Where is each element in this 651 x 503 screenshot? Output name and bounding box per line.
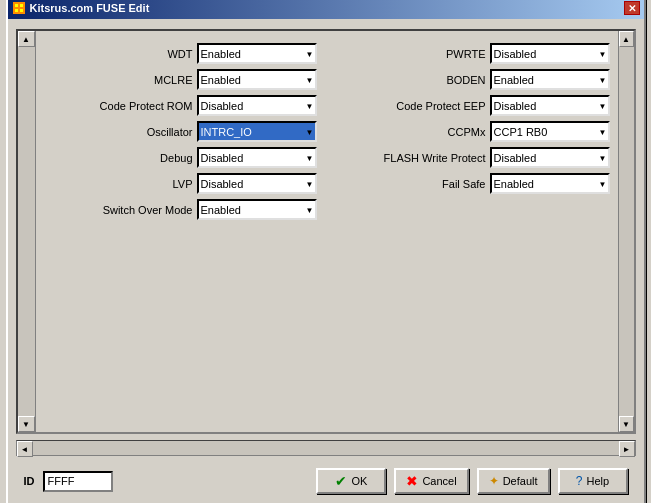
boden-select-wrapper: EnabledDisabled	[490, 69, 610, 90]
wdt-row: WDT EnabledDisabled	[44, 43, 317, 64]
lvp-select-wrapper: EnabledDisabled	[197, 173, 317, 194]
empty-area	[44, 220, 610, 420]
svg-rect-2	[20, 4, 23, 7]
window-body: ▲ ▼ WDT EnabledDisabled	[8, 19, 644, 503]
code-protect-eep-select[interactable]: EnabledDisabled	[490, 95, 610, 116]
debug-label: Debug	[160, 152, 192, 164]
scroll-left-icon[interactable]: ◄	[17, 441, 33, 457]
cancel-button[interactable]: ✖ Cancel	[394, 468, 468, 494]
h-scroll-track	[33, 441, 619, 455]
pwrte-label: PWRTE	[446, 48, 486, 60]
window-title: Kitsrus.com FUSE Edit	[30, 2, 150, 14]
help-question-icon: ?	[576, 474, 583, 488]
svg-rect-1	[15, 4, 18, 7]
left-sidebar: ▲ ▼	[18, 31, 36, 432]
right-column: PWRTE EnabledDisabled BODEN	[337, 43, 610, 220]
flash-write-protect-row: FLASH Write Protect EnabledDisabled	[337, 147, 610, 168]
id-label: ID	[24, 475, 35, 487]
ccpmx-select[interactable]: CCP1 RB0CCP1 RB3	[490, 121, 610, 142]
close-button[interactable]: ✕	[624, 1, 640, 15]
svg-rect-3	[15, 9, 18, 12]
ccpmx-select-wrapper: CCP1 RB0CCP1 RB3	[490, 121, 610, 142]
flash-write-protect-select-wrapper: EnabledDisabled	[490, 147, 610, 168]
right-scrollbar: ▲ ▼	[618, 31, 634, 432]
id-input[interactable]	[43, 471, 113, 492]
ok-label: OK	[351, 475, 367, 487]
code-protect-rom-select[interactable]: EnabledDisabled	[197, 95, 317, 116]
lvp-select[interactable]: EnabledDisabled	[197, 173, 317, 194]
flash-write-protect-label: FLASH Write Protect	[384, 152, 486, 164]
scroll-right-up-icon[interactable]: ▲	[619, 31, 634, 47]
title-bar: Kitsrus.com FUSE Edit ✕	[8, 0, 644, 19]
switch-over-mode-row: Switch Over Mode EnabledDisabled	[44, 199, 317, 220]
svg-rect-0	[13, 2, 25, 14]
mclre-label: MCLRE	[154, 74, 193, 86]
app-icon	[12, 1, 26, 15]
oscillator-select[interactable]: INTRC_IOINTRCECHS	[197, 121, 317, 142]
scroll-track-vertical	[18, 47, 35, 416]
code-protect-rom-label: Code Protect ROM	[100, 100, 193, 112]
pwrte-select-wrapper: EnabledDisabled	[490, 43, 610, 64]
ccpmx-label: CCPMx	[448, 126, 486, 138]
lvp-label: LVP	[173, 178, 193, 190]
oscillator-label: Oscillator	[147, 126, 193, 138]
boden-row: BODEN EnabledDisabled	[337, 69, 610, 90]
default-sun-icon: ✦	[489, 474, 499, 488]
code-protect-rom-select-wrapper: EnabledDisabled	[197, 95, 317, 116]
default-button[interactable]: ✦ Default	[477, 468, 550, 494]
ccpmx-row: CCPMx CCP1 RB0CCP1 RB3	[337, 121, 610, 142]
help-label: Help	[587, 475, 610, 487]
horizontal-scrollbar: ◄ ►	[16, 440, 636, 456]
oscillator-select-wrapper: INTRC_IOINTRCECHS	[197, 121, 317, 142]
wdt-label: WDT	[167, 48, 192, 60]
svg-rect-4	[20, 9, 23, 12]
fields-area: WDT EnabledDisabled MCLRE	[36, 31, 618, 432]
scroll-down-icon[interactable]: ▼	[18, 416, 35, 432]
scroll-right-icon[interactable]: ►	[619, 441, 635, 457]
fields-container: WDT EnabledDisabled MCLRE	[44, 43, 610, 220]
cancel-label: Cancel	[422, 475, 456, 487]
debug-select-wrapper: EnabledDisabled	[197, 147, 317, 168]
oscillator-row: Oscillator INTRC_IOINTRCECHS	[44, 121, 317, 142]
boden-select[interactable]: EnabledDisabled	[490, 69, 610, 90]
lvp-row: LVP EnabledDisabled	[44, 173, 317, 194]
code-protect-eep-label: Code Protect EEP	[396, 100, 485, 112]
debug-select[interactable]: EnabledDisabled	[197, 147, 317, 168]
left-column: WDT EnabledDisabled MCLRE	[44, 43, 317, 220]
boden-label: BODEN	[446, 74, 485, 86]
pwrte-row: PWRTE EnabledDisabled	[337, 43, 610, 64]
mclre-select[interactable]: EnabledDisabled	[197, 69, 317, 90]
switch-over-mode-select-wrapper: EnabledDisabled	[197, 199, 317, 220]
bottom-bar: ID ✔ OK ✖ Cancel ✦ Default ? Help	[16, 462, 636, 498]
switch-over-mode-select[interactable]: EnabledDisabled	[197, 199, 317, 220]
scroll-up-icon[interactable]: ▲	[18, 31, 35, 47]
pwrte-select[interactable]: EnabledDisabled	[490, 43, 610, 64]
wdt-select[interactable]: EnabledDisabled	[197, 43, 317, 64]
wdt-select-wrapper: EnabledDisabled	[197, 43, 317, 64]
ok-button[interactable]: ✔ OK	[316, 468, 386, 494]
fail-safe-row: Fail Safe EnabledDisabled	[337, 173, 610, 194]
help-button[interactable]: ? Help	[558, 468, 628, 494]
default-label: Default	[503, 475, 538, 487]
flash-write-protect-select[interactable]: EnabledDisabled	[490, 147, 610, 168]
debug-row: Debug EnabledDisabled	[44, 147, 317, 168]
fail-safe-label: Fail Safe	[442, 178, 485, 190]
code-protect-eep-row: Code Protect EEP EnabledDisabled	[337, 95, 610, 116]
mclre-row: MCLRE EnabledDisabled	[44, 69, 317, 90]
right-scroll-track	[619, 47, 634, 416]
scroll-right-down-icon[interactable]: ▼	[619, 416, 634, 432]
mclre-select-wrapper: EnabledDisabled	[197, 69, 317, 90]
fail-safe-select[interactable]: EnabledDisabled	[490, 173, 610, 194]
switch-over-mode-label: Switch Over Mode	[103, 204, 193, 216]
ok-check-icon: ✔	[335, 473, 347, 489]
content-container: ▲ ▼ WDT EnabledDisabled	[16, 29, 636, 434]
code-protect-rom-row: Code Protect ROM EnabledDisabled	[44, 95, 317, 116]
main-window: Kitsrus.com FUSE Edit ✕ ▲ ▼ WDT	[6, 0, 646, 503]
code-protect-eep-select-wrapper: EnabledDisabled	[490, 95, 610, 116]
fail-safe-select-wrapper: EnabledDisabled	[490, 173, 610, 194]
cancel-x-icon: ✖	[406, 473, 418, 489]
